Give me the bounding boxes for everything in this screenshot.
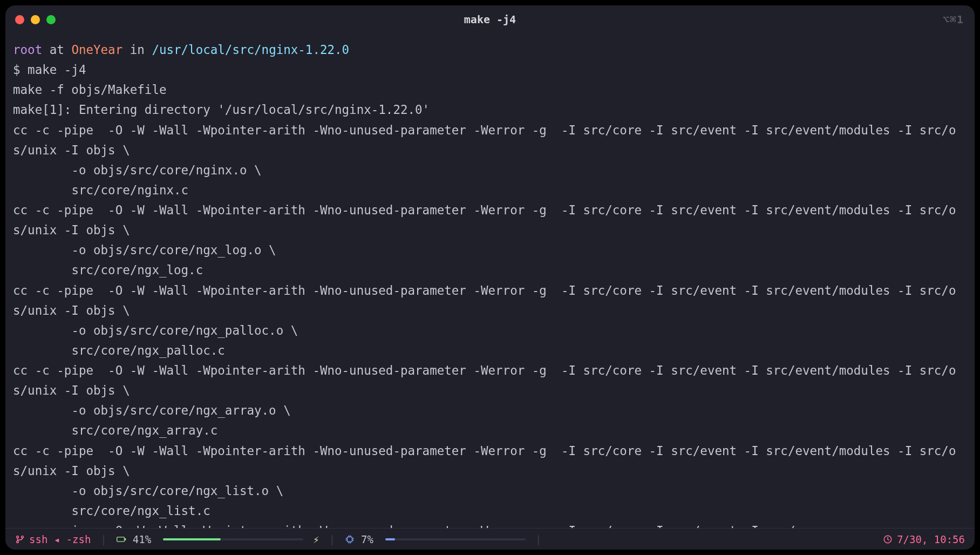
battery-icon [117,533,126,545]
terminal-output[interactable]: root at OneYear in /usr/local/src/nginx-… [5,33,975,528]
zoom-button[interactable] [46,15,56,24]
cpu-percent: 7% [361,533,373,545]
status-divider: | [329,533,335,545]
battery-percent: 41% [133,533,151,545]
clock-text: 7/30, 10:56 [897,533,965,545]
prompt-command: make -j4 [28,63,86,77]
terminal-stdout: make -f objs/Makefile make[1]: Entering … [13,83,956,528]
close-button[interactable] [15,15,24,24]
cpu-bar [385,538,526,540]
prompt-in: in [122,43,152,57]
battery-bar [163,538,303,540]
prompt-host: OneYear [71,43,122,57]
svg-rect-3 [117,537,125,541]
charging-icon: ⚡ [313,533,319,545]
svg-point-2 [22,536,24,538]
status-session-text: ssh ◂ -zsh [29,533,91,545]
window-title: make -j4 [5,13,975,26]
terminal-window: make -j4 ⌥⌘1 root at OneYear in /usr/loc… [5,5,975,550]
svg-rect-5 [348,537,352,542]
cpu-icon [345,533,355,545]
prompt-at: at [42,43,71,57]
window-shortcut-hint: ⌥⌘1 [943,13,964,26]
prompt-path: /usr/local/src/nginx-1.22.0 [152,43,349,57]
window-controls [15,15,56,24]
svg-rect-4 [125,538,126,540]
statusbar: ssh ◂ -zsh | 41% ⚡ | 7% | 7/30, 10:56 [5,528,975,550]
svg-point-1 [17,540,19,543]
status-divider: | [100,533,106,545]
branch-icon [15,534,25,544]
clock-icon [883,533,893,545]
status-session: ssh ◂ -zsh [15,533,91,545]
status-clock: 7/30, 10:56 [883,533,965,545]
prompt-ps1: $ [13,63,28,77]
minimize-button[interactable] [31,15,40,24]
svg-point-0 [17,536,19,538]
titlebar: make -j4 ⌥⌘1 [5,5,975,33]
status-divider: | [535,533,541,545]
prompt-user: root [13,43,42,57]
